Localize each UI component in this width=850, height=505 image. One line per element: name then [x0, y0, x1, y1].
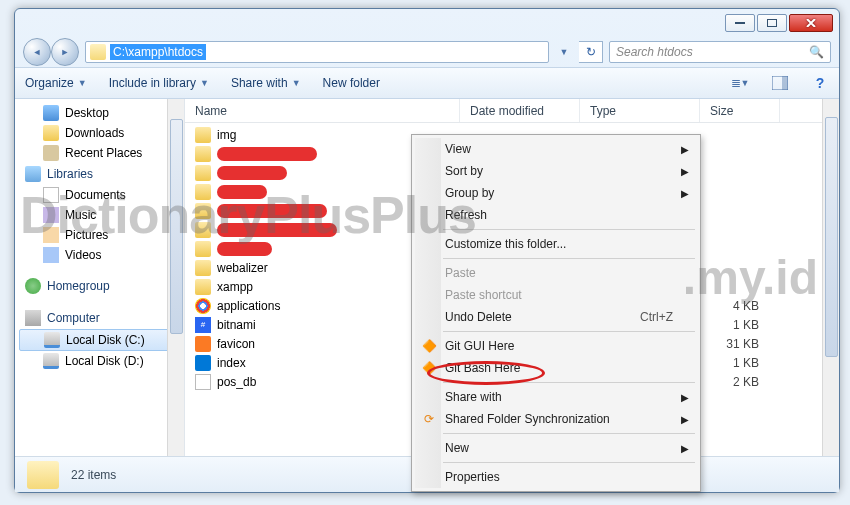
sidebar-libraries[interactable]: Libraries: [15, 163, 184, 185]
ctx-view[interactable]: View▶: [415, 138, 697, 160]
ctx-customize[interactable]: Customize this folder...: [415, 233, 697, 255]
redacted-text: [217, 223, 337, 237]
folder-icon: [195, 279, 211, 295]
file-name: img: [217, 128, 236, 142]
sidebar-desktop[interactable]: Desktop: [15, 103, 184, 123]
videos-icon: [43, 247, 59, 263]
folder-icon: [195, 260, 211, 276]
vscode-icon: [195, 355, 211, 371]
file-size: 31 KB: [699, 337, 759, 351]
share-menu[interactable]: Share with▼: [231, 76, 301, 90]
redacted-text: [217, 204, 327, 218]
view-options-button[interactable]: ≣ ▼: [731, 74, 749, 92]
music-icon: [43, 207, 59, 223]
file-icon: [195, 374, 211, 390]
folder-icon: [195, 165, 211, 181]
ctx-sort-by[interactable]: Sort by▶: [415, 160, 697, 182]
navigation-pane: Desktop Downloads Recent Places Librarie…: [15, 99, 185, 456]
sidebar-videos[interactable]: Videos: [15, 245, 184, 265]
ctx-paste-shortcut: Paste shortcut: [415, 284, 697, 306]
address-text: C:\xampp\htdocs: [110, 44, 206, 60]
sync-icon: ⟳: [421, 411, 437, 427]
libraries-icon: [25, 166, 41, 182]
redacted-text: [217, 242, 272, 256]
folder-icon: [90, 44, 106, 60]
ctx-shared-folder-sync[interactable]: ⟳Shared Folder Synchronization▶: [415, 408, 697, 430]
column-type[interactable]: Type: [580, 99, 700, 122]
search-icon: 🔍: [809, 45, 824, 59]
new-folder-button[interactable]: New folder: [323, 76, 380, 90]
sidebar-recent[interactable]: Recent Places: [15, 143, 184, 163]
address-field[interactable]: C:\xampp\htdocs: [85, 41, 549, 63]
computer-icon: [25, 310, 41, 326]
sidebar-documents[interactable]: Documents: [15, 185, 184, 205]
column-headers: Name Date modified Type Size: [185, 99, 839, 123]
scrollbar-thumb[interactable]: [825, 117, 838, 357]
redacted-text: [217, 185, 267, 199]
redacted-text: [217, 166, 287, 180]
ctx-properties[interactable]: Properties: [415, 466, 697, 488]
git-icon: 🔶: [421, 338, 437, 354]
content-scrollbar[interactable]: [822, 99, 839, 456]
favicon-icon: [195, 336, 211, 352]
search-input[interactable]: Search htdocs 🔍: [609, 41, 831, 63]
file-name: bitnami: [217, 318, 256, 332]
minimize-button[interactable]: [725, 14, 755, 32]
folder-icon: [195, 241, 211, 257]
nav-back-button[interactable]: ◄: [23, 38, 51, 66]
sidebar-local-disk-d[interactable]: Local Disk (D:): [15, 351, 184, 371]
file-size: 4 KB: [699, 299, 759, 313]
sidebar-scrollbar[interactable]: [167, 99, 184, 456]
refresh-button[interactable]: ↻: [579, 41, 603, 63]
recent-icon: [43, 145, 59, 161]
file-size: 2 KB: [699, 375, 759, 389]
ctx-group-by[interactable]: Group by▶: [415, 182, 697, 204]
disk-icon: [44, 332, 60, 348]
folder-icon: [195, 203, 211, 219]
redacted-text: [217, 147, 317, 161]
preview-pane-button[interactable]: [771, 74, 789, 92]
file-size: 1 KB: [699, 318, 759, 332]
scrollbar-thumb[interactable]: [170, 119, 183, 334]
svg-rect-0: [735, 22, 745, 24]
ctx-share-with[interactable]: Share with▶: [415, 386, 697, 408]
sidebar-music[interactable]: Music: [15, 205, 184, 225]
column-size[interactable]: Size: [700, 99, 780, 122]
chrome-icon: [195, 298, 211, 314]
file-name: index: [217, 356, 246, 370]
close-button[interactable]: [789, 14, 833, 32]
help-button[interactable]: ?: [811, 74, 829, 92]
titlebar: [15, 9, 839, 37]
sidebar-pictures[interactable]: Pictures: [15, 225, 184, 245]
ctx-refresh[interactable]: Refresh: [415, 204, 697, 226]
file-name: favicon: [217, 337, 255, 351]
file-size: 1 KB: [699, 356, 759, 370]
sidebar-local-disk-c[interactable]: Local Disk (C:): [19, 329, 180, 351]
folder-icon: [195, 222, 211, 238]
sidebar-computer[interactable]: Computer: [15, 307, 184, 329]
search-placeholder: Search htdocs: [616, 45, 693, 59]
file-name: webalizer: [217, 261, 268, 275]
ctx-undo-delete[interactable]: Undo DeleteCtrl+Z: [415, 306, 697, 328]
css-icon: #: [195, 317, 211, 333]
folder-icon: [27, 461, 59, 489]
file-name: pos_db: [217, 375, 256, 389]
folder-icon: [195, 184, 211, 200]
address-dropdown[interactable]: ▼: [555, 47, 573, 57]
address-bar: ◄ ► C:\xampp\htdocs ▼ ↻ Search htdocs 🔍: [15, 37, 839, 67]
maximize-button[interactable]: [757, 14, 787, 32]
status-item-count: 22 items: [71, 468, 116, 482]
column-date[interactable]: Date modified: [460, 99, 580, 122]
ctx-new[interactable]: New▶: [415, 437, 697, 459]
sidebar-homegroup[interactable]: Homegroup: [15, 275, 184, 297]
svg-rect-3: [782, 76, 788, 90]
disk-icon: [43, 353, 59, 369]
organize-menu[interactable]: Organize▼: [25, 76, 87, 90]
ctx-git-gui[interactable]: 🔶Git GUI Here: [415, 335, 697, 357]
annotation-circle: [427, 361, 545, 385]
column-name[interactable]: Name: [185, 99, 460, 122]
nav-forward-button[interactable]: ►: [51, 38, 79, 66]
include-library-menu[interactable]: Include in library▼: [109, 76, 209, 90]
ctx-paste: Paste: [415, 262, 697, 284]
sidebar-downloads[interactable]: Downloads: [15, 123, 184, 143]
